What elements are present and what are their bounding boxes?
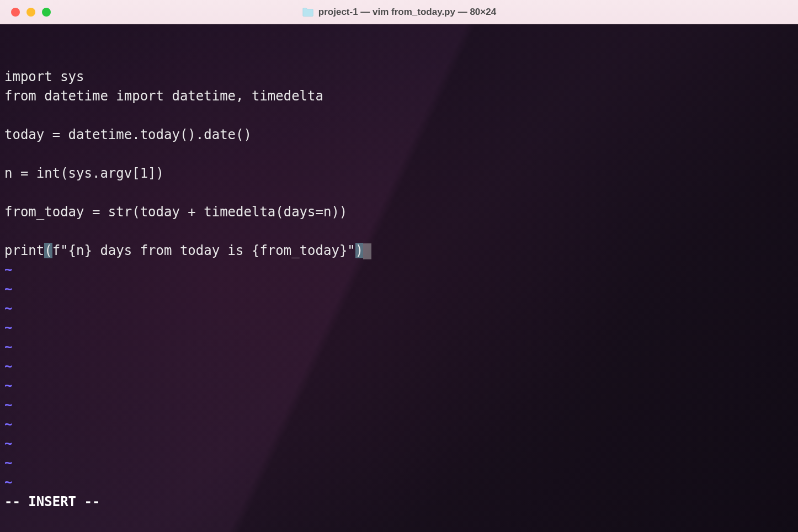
empty-line-tilde: ~ xyxy=(4,357,794,376)
code-line[interactable] xyxy=(4,222,794,241)
empty-line-tilde: ~ xyxy=(4,318,794,338)
empty-line-tilde: ~ xyxy=(4,299,794,318)
traffic-lights xyxy=(11,8,51,17)
cursor xyxy=(363,243,371,259)
window-title: project-1 — vim from_today.py — 80×24 xyxy=(318,7,496,18)
code-line[interactable] xyxy=(4,145,794,164)
empty-line-tilde: ~ xyxy=(4,396,794,415)
code-line[interactable]: today = datetime.today().date() xyxy=(4,125,794,145)
code-line[interactable] xyxy=(4,106,794,125)
code-line[interactable] xyxy=(4,183,794,203)
code-area[interactable]: import sysfrom datetime import datetime,… xyxy=(4,67,794,512)
code-line[interactable]: n = int(sys.argv[1]) xyxy=(4,164,794,183)
code-line[interactable]: from_today = str(today + timedelta(days=… xyxy=(4,203,794,222)
empty-line-tilde: ~ xyxy=(4,415,794,434)
code-line-print[interactable]: print(f"{n} days from today is {from_tod… xyxy=(4,241,794,260)
window-title-container: project-1 — vim from_today.py — 80×24 xyxy=(302,7,496,18)
empty-line-tilde: ~ xyxy=(4,280,794,299)
vim-status-line: -- INSERT -- xyxy=(4,492,794,512)
terminal-window: project-1 — vim from_today.py — 80×24 im… xyxy=(0,0,798,532)
close-button[interactable] xyxy=(11,8,20,17)
empty-line-tilde: ~ xyxy=(4,454,794,473)
print-prefix: print xyxy=(4,243,44,258)
empty-line-tilde: ~ xyxy=(4,338,794,357)
titlebar[interactable]: project-1 — vim from_today.py — 80×24 xyxy=(0,0,798,24)
empty-line-tilde: ~ xyxy=(4,434,794,454)
empty-line-tilde: ~ xyxy=(4,473,794,492)
maximize-button[interactable] xyxy=(42,8,51,17)
matched-close-paren: ) xyxy=(355,243,363,258)
code-line[interactable]: import sys xyxy=(4,67,794,87)
matched-open-paren: ( xyxy=(44,243,52,258)
print-middle: f"{n} days from today is {from_today}" xyxy=(52,243,355,258)
code-line[interactable]: from datetime import datetime, timedelta xyxy=(4,87,794,106)
minimize-button[interactable] xyxy=(26,8,35,17)
empty-line-tilde: ~ xyxy=(4,376,794,396)
folder-icon xyxy=(302,7,314,17)
empty-line-tilde: ~ xyxy=(4,260,794,280)
terminal-content[interactable]: import sysfrom datetime import datetime,… xyxy=(0,24,798,532)
